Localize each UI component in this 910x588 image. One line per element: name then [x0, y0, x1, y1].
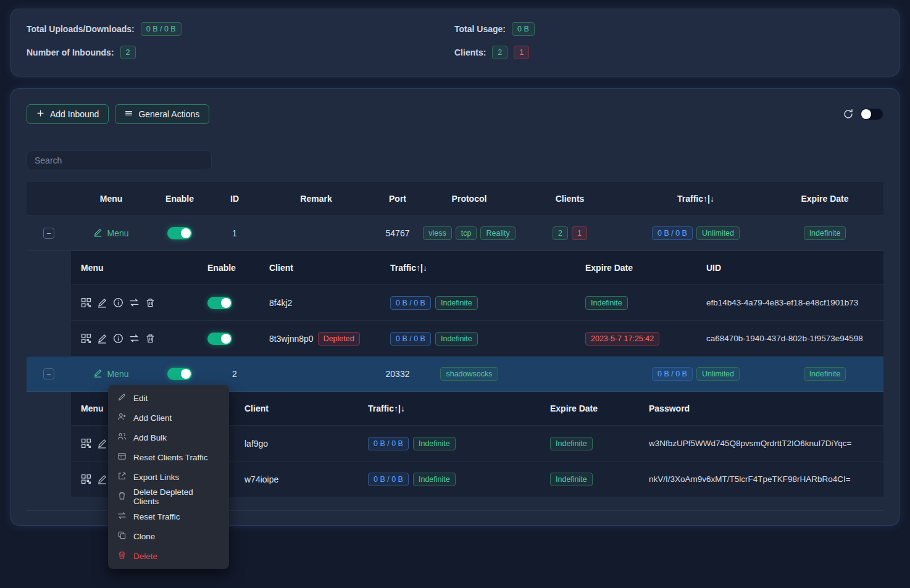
context-menu-item-delete-depleted-clients[interactable]: Delete Depleted Clients	[108, 487, 229, 507]
client-traffic: 0 B / 0 B Indefinite	[358, 462, 540, 497]
client-traffic: 0 B / 0 B Indefinite	[380, 321, 575, 356]
export-links-icon	[117, 471, 127, 482]
edit-icon[interactable]	[97, 333, 107, 344]
context-menu-item-edit[interactable]: Edit	[108, 388, 229, 408]
context-menu-item-add-client[interactable]: Add Client	[108, 408, 229, 428]
client-enable-toggle[interactable]	[207, 333, 232, 345]
clients-1-header: Menu Enable Client Traffic↑|↓ Expire Dat…	[71, 251, 883, 284]
collapse-inbound-1-button[interactable]: −	[43, 228, 54, 239]
inbound-1-remark	[261, 216, 371, 251]
header-traffic-sort[interactable]: Traffic↑|↓	[625, 182, 766, 215]
expire-badge: Indefinite	[804, 226, 846, 240]
header-menu: Menu	[71, 182, 151, 215]
inbound-2-menu-label: Menu	[107, 369, 128, 379]
header-protocol: Protocol	[424, 182, 514, 215]
context-menu-item-export-links[interactable]: Export Links	[108, 467, 229, 487]
inbound-2-expire: Indefinite	[766, 357, 883, 391]
context-menu-item-add-bulk[interactable]: Add Bulk	[108, 428, 229, 447]
reset-clients-traffic-icon	[117, 452, 127, 463]
client-enable-toggle[interactable]	[207, 297, 232, 309]
reset-traffic-icon	[117, 511, 127, 522]
traffic-badge: 0 B / 0 B	[390, 296, 431, 310]
inbound-row-1: − Menu 1 54767 vless tcp Reality 2	[27, 216, 883, 251]
client-expire: 2023-5-7 17:25:42	[575, 321, 696, 356]
client-traffic: 0 B / 0 B Indefinite	[380, 285, 575, 320]
header-remark: Remark	[261, 182, 371, 215]
inbound-2-menu-button[interactable]: Menu	[93, 368, 128, 379]
inbound-1-expire: Indefinite	[766, 216, 883, 251]
stat-uploads: Total Uploads/Downloads: 0 B / 0 B	[27, 22, 454, 36]
edit-icon[interactable]	[97, 438, 107, 449]
context-menu-item-reset-clients-traffic[interactable]: Reset Clients Traffic	[108, 447, 229, 467]
general-actions-button[interactable]: General Actions	[115, 104, 209, 124]
reset-traffic-icon[interactable]	[129, 333, 140, 344]
collapse-inbound-2-button[interactable]: −	[43, 368, 54, 379]
client-row: 8f4kj2 0 B / 0 B Indefinite Indefinite e…	[71, 284, 883, 320]
inbound-2-protocols: shadowsocks	[424, 357, 514, 391]
stat-usage-value: 0 B	[512, 22, 535, 36]
delete-depleted-clients-icon	[117, 491, 127, 502]
client-name: laf9go	[235, 426, 358, 461]
inbound-2-traffic: 0 B / 0 B Unlimited	[625, 357, 766, 391]
edit-icon[interactable]	[97, 474, 107, 484]
inbound-2-port: 20332	[371, 357, 424, 391]
clone-icon	[117, 531, 127, 542]
search-input[interactable]	[27, 151, 212, 170]
protocol-badge: vless	[423, 226, 451, 240]
context-menu-item-clone[interactable]: Clone	[108, 526, 229, 546]
client-traffic: 0 B / 0 B Indefinite	[358, 426, 540, 461]
info-icon[interactable]	[113, 333, 123, 344]
edit-icon[interactable]	[97, 297, 107, 308]
header-expire: Expire Date	[540, 392, 639, 425]
traffic-badge: 0 B / 0 B	[390, 332, 431, 346]
traffic-badge: 0 B / 0 B	[652, 226, 693, 240]
stat-uploads-value: 0 B / 0 B	[141, 22, 182, 36]
hamburger-icon	[125, 109, 133, 119]
edit-icon	[93, 368, 102, 379]
info-icon[interactable]	[113, 297, 123, 308]
delete-icon[interactable]	[145, 297, 156, 308]
delete-icon	[117, 550, 127, 561]
qr-code-icon[interactable]	[81, 438, 91, 449]
client-expire: Indefinite	[575, 285, 696, 320]
header-traffic-sort[interactable]: Traffic↑|↓	[380, 251, 575, 284]
client-expire: Indefinite	[540, 462, 639, 497]
traffic-limit-badge: Indefinite	[413, 473, 456, 486]
delete-icon[interactable]	[145, 333, 156, 344]
traffic-limit-badge: Indefinite	[435, 332, 478, 346]
header-client: Client	[235, 392, 358, 425]
add-inbound-label: Add Inbound	[50, 109, 99, 119]
inbound-1-menu-label: Menu	[107, 228, 128, 238]
add-bulk-icon	[117, 432, 127, 443]
header-menu: Menu	[71, 251, 198, 284]
client-uid: ca68470b-1940-437d-802b-1f9573e94598	[696, 321, 883, 356]
protocol-badge: shadowsocks	[440, 367, 498, 381]
plus-icon	[36, 109, 44, 119]
reset-traffic-icon[interactable]	[129, 297, 140, 308]
refresh-icon[interactable]	[843, 109, 854, 120]
header-expire: Expire Date	[766, 182, 883, 215]
qr-code-icon[interactable]	[81, 474, 91, 484]
context-menu-item-reset-traffic[interactable]: Reset Traffic	[108, 507, 229, 526]
xui-panel: Total Uploads/Downloads: 0 B / 0 B Total…	[0, 0, 910, 588]
stat-clients: Clients: 2 1	[454, 46, 883, 59]
dark-mode-toggle[interactable]	[860, 108, 883, 120]
header-enable: Enable	[151, 182, 208, 215]
add-inbound-button[interactable]: Add Inbound	[27, 104, 109, 124]
qr-code-icon[interactable]	[81, 333, 91, 344]
context-menu-item-delete[interactable]: Delete	[108, 546, 229, 566]
stat-clients-label: Clients:	[454, 48, 486, 57]
qr-code-icon[interactable]	[81, 297, 91, 308]
header-traffic-sort[interactable]: Traffic↑|↓	[358, 392, 540, 425]
inbound-context-menu: Edit Add Client Add Bulk Reset Clients T…	[108, 385, 229, 569]
header-uid: UID	[696, 251, 883, 284]
clients-ok-badge: 2	[553, 226, 568, 240]
client-name-cell: 8t3wjnn8p0 Depleted	[259, 321, 380, 356]
stat-inbounds: Number of Inbounds: 2	[27, 46, 454, 59]
general-actions-label: General Actions	[138, 109, 199, 119]
inbound-2-enable-toggle[interactable]	[167, 368, 192, 380]
inbound-1-menu-button[interactable]: Menu	[93, 228, 128, 239]
header-clients: Clients	[514, 182, 625, 215]
inbound-1-enable-toggle[interactable]	[167, 227, 192, 239]
toolbar: Add Inbound General Actions	[27, 104, 883, 124]
